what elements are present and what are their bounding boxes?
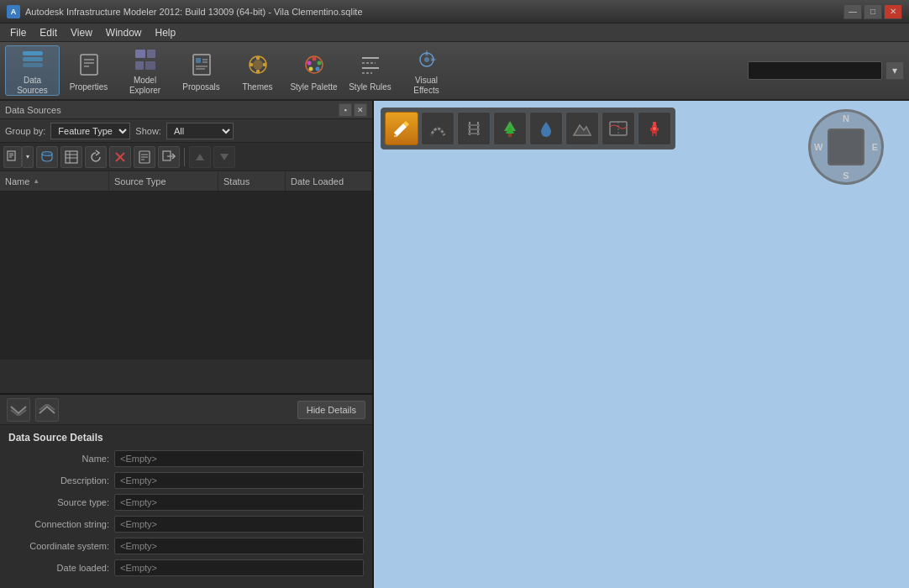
toolbar-btn-style-rules[interactable]: Style Rules bbox=[343, 45, 397, 96]
detail-input-conn[interactable] bbox=[114, 516, 364, 533]
panel-header-buttons[interactable]: ▪ ✕ bbox=[339, 103, 367, 117]
toolbar-search: ▾ bbox=[748, 61, 904, 80]
col-header-date[interactable]: Date Loaded bbox=[286, 171, 372, 191]
map-view-button[interactable] bbox=[602, 112, 635, 145]
sub-toolbar: ▾ bbox=[0, 143, 372, 171]
datasource-properties-button[interactable] bbox=[134, 146, 155, 168]
search-dropdown-button[interactable]: ▾ bbox=[885, 61, 904, 80]
add-table-button[interactable] bbox=[60, 146, 82, 168]
export-button[interactable] bbox=[158, 146, 180, 168]
data-sources-label: Data Sources bbox=[8, 76, 56, 96]
compass-west: W bbox=[814, 142, 822, 152]
detail-row-conn: Connection string: bbox=[8, 516, 364, 533]
close-button[interactable]: ✕ bbox=[884, 4, 902, 19]
style-rules-label: Style Rules bbox=[349, 82, 391, 92]
svg-rect-22 bbox=[250, 63, 253, 66]
col-header-source[interactable]: Source Type bbox=[109, 171, 218, 191]
terrain-tool-button[interactable] bbox=[565, 112, 599, 145]
detail-input-name[interactable] bbox=[114, 450, 364, 467]
menu-item-edit[interactable]: Edit bbox=[33, 25, 64, 40]
nav-up2-button[interactable] bbox=[189, 146, 211, 168]
delete-button[interactable] bbox=[109, 146, 131, 168]
show-label: Show: bbox=[135, 126, 161, 136]
style-palette-icon bbox=[299, 50, 329, 80]
col-header-name[interactable]: Name ▲ bbox=[0, 171, 109, 191]
toolbar-btn-properties[interactable]: Properties bbox=[61, 45, 116, 96]
rail-tool-button[interactable] bbox=[457, 112, 491, 145]
detail-input-date[interactable] bbox=[114, 559, 364, 576]
menu-bar: FileEditViewWindowHelp bbox=[0, 24, 909, 42]
filter-bar: Group by: Feature Type None Show: All Se… bbox=[0, 119, 372, 143]
table-body bbox=[0, 192, 372, 360]
toolbar-btn-themes[interactable]: Themes bbox=[230, 45, 285, 96]
group-by-label: Group by: bbox=[5, 126, 45, 136]
svg-point-26 bbox=[315, 66, 319, 71]
water-tool-button[interactable] bbox=[529, 112, 563, 145]
nav-down2-button[interactable] bbox=[213, 146, 235, 168]
svg-point-40 bbox=[42, 151, 52, 155]
scroll-down-button[interactable] bbox=[7, 398, 30, 422]
window-controls[interactable]: — □ ✕ bbox=[843, 4, 902, 19]
svg-point-27 bbox=[308, 66, 313, 71]
menu-item-window[interactable]: Window bbox=[99, 25, 149, 40]
panel-float-button[interactable]: ▪ bbox=[339, 103, 352, 117]
minimize-button[interactable]: — bbox=[843, 4, 862, 19]
toolbar-btn-model-explorer[interactable]: Model Explorer bbox=[118, 45, 172, 96]
window-title: Autodesk Infrastructure Modeler 2012: Bu… bbox=[25, 7, 843, 17]
scroll-up-button[interactable] bbox=[35, 398, 59, 422]
detail-row-coord: Coordinate system: bbox=[8, 538, 364, 554]
visual-effects-icon bbox=[412, 46, 442, 73]
main-content: Data Sources ▪ ✕ Group by: Feature Type … bbox=[0, 101, 909, 588]
bottom-section: Hide Details Data Source Details Name: D… bbox=[0, 393, 372, 588]
viewport[interactable]: N S E W bbox=[374, 101, 909, 588]
refresh-button[interactable] bbox=[85, 146, 107, 168]
detail-label-coord: Coordinate system: bbox=[8, 541, 109, 551]
road-tool-button[interactable] bbox=[421, 112, 454, 145]
model-explorer-icon bbox=[130, 46, 160, 73]
menu-item-help[interactable]: Help bbox=[149, 25, 183, 40]
hydrant-tool-button[interactable] bbox=[638, 112, 671, 145]
new-dropdown-arrow[interactable]: ▾ bbox=[22, 146, 34, 168]
title-bar: A Autodesk Infrastructure Modeler 2012: … bbox=[0, 0, 909, 24]
data-table: Name ▲ Source Type Status Date Loaded bbox=[0, 171, 372, 393]
svg-rect-41 bbox=[66, 151, 77, 163]
col-header-status[interactable]: Status bbox=[218, 171, 286, 191]
detail-input-coord[interactable] bbox=[114, 538, 364, 554]
detail-input-source-type[interactable] bbox=[114, 494, 364, 511]
toolbar-btn-style-palette[interactable]: Style Palette bbox=[286, 45, 341, 96]
hide-details-button[interactable]: Hide Details bbox=[297, 401, 365, 419]
pencil-tool-button[interactable] bbox=[385, 112, 418, 145]
search-input[interactable] bbox=[748, 61, 882, 80]
panel-close-button[interactable]: ✕ bbox=[354, 103, 367, 117]
toolbar-btn-data-sources[interactable]: Data Sources bbox=[5, 45, 60, 96]
tree-tool-button[interactable] bbox=[493, 112, 527, 145]
name-sort-icon: ▲ bbox=[33, 177, 39, 185]
visual-effects-label: Visual Effects bbox=[402, 76, 450, 96]
themes-label: Themes bbox=[242, 82, 272, 92]
menu-item-view[interactable]: View bbox=[64, 25, 99, 40]
details-panel: Data Source Details Name: Description: S… bbox=[0, 425, 372, 588]
compass-center bbox=[828, 129, 864, 165]
themes-icon bbox=[243, 50, 273, 80]
detail-input-desc[interactable] bbox=[114, 472, 364, 489]
svg-point-18 bbox=[253, 60, 263, 70]
connect-db-button[interactable] bbox=[36, 146, 58, 168]
maximize-button[interactable]: □ bbox=[864, 4, 882, 19]
compass-ring: N S E W bbox=[808, 109, 884, 185]
detail-row-date: Date loaded: bbox=[8, 559, 364, 576]
svg-rect-20 bbox=[263, 63, 266, 66]
group-by-select[interactable]: Feature Type None bbox=[50, 123, 130, 139]
detail-row-name: Name: bbox=[8, 450, 364, 467]
svg-rect-0 bbox=[23, 51, 43, 55]
new-button[interactable] bbox=[3, 146, 22, 168]
svg-point-34 bbox=[424, 57, 429, 62]
menu-item-file[interactable]: File bbox=[3, 25, 33, 40]
toolbar-btn-proposals[interactable]: Proposals bbox=[174, 45, 229, 96]
show-select[interactable]: All Selected bbox=[166, 123, 234, 139]
compass-east: E bbox=[872, 142, 878, 152]
panel-header-title: Data Sources bbox=[5, 105, 61, 115]
svg-rect-2 bbox=[23, 63, 43, 67]
toolbar-btn-visual-effects[interactable]: Visual Effects bbox=[399, 45, 454, 96]
style-palette-label: Style Palette bbox=[290, 82, 337, 92]
compass-north: N bbox=[843, 113, 849, 123]
